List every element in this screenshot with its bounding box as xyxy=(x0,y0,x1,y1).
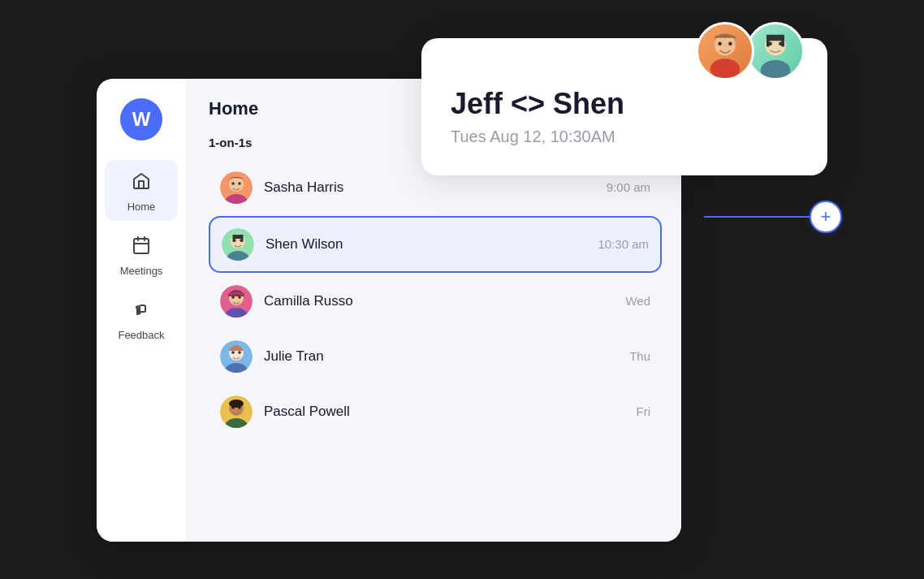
home-icon xyxy=(132,171,151,196)
meeting-detail-card: Jeff <> Shen Tues Aug 12, 10:30AM xyxy=(421,38,827,175)
time-camilla: Wed xyxy=(625,294,650,308)
svg-rect-11 xyxy=(134,239,149,253)
time-pascal: Fri xyxy=(637,404,651,418)
time-sasha: 9:00 am xyxy=(607,180,650,194)
svg-point-2 xyxy=(718,41,722,45)
meeting-row-pascal[interactable]: Pascal Powell Fri xyxy=(209,385,662,439)
meetings-label: Meetings xyxy=(120,265,163,277)
svg-point-3 xyxy=(728,41,732,45)
logo: W xyxy=(120,98,162,140)
avatar-sasha xyxy=(220,171,253,204)
avatar-julie xyxy=(220,340,253,373)
avatar-camilla xyxy=(220,285,253,318)
svg-point-5 xyxy=(761,60,791,78)
jeff-avatar xyxy=(696,22,754,80)
svg-rect-8 xyxy=(768,34,783,40)
svg-point-1 xyxy=(710,58,740,78)
feedback-label: Feedback xyxy=(118,329,164,341)
avatar-shen xyxy=(222,228,254,261)
time-julie: Thu xyxy=(629,349,650,363)
svg-rect-10 xyxy=(781,34,784,46)
meeting-title: Jeff <> Shen xyxy=(451,87,798,121)
sidebar-item-home[interactable]: Home xyxy=(105,160,178,221)
svg-point-37 xyxy=(238,351,241,354)
shen-avatar xyxy=(746,22,805,80)
meeting-row-julie[interactable]: Julie Tran Thu xyxy=(209,330,662,383)
avatar-pascal xyxy=(220,395,253,428)
meeting-row-camilla[interactable]: Camilla Russo Wed xyxy=(209,274,662,328)
sidebar-item-feedback[interactable]: Feedback xyxy=(105,288,178,349)
home-label: Home xyxy=(127,201,156,213)
svg-rect-27 xyxy=(241,235,244,242)
name-pascal: Pascal Powell xyxy=(264,404,637,420)
feedback-icon xyxy=(132,300,151,324)
svg-point-19 xyxy=(238,182,241,185)
meeting-subtitle: Tues Aug 12, 10:30AM xyxy=(451,127,798,146)
meeting-avatars xyxy=(696,22,805,80)
svg-rect-9 xyxy=(766,34,770,46)
name-julie: Julie Tran xyxy=(264,348,629,365)
svg-point-43 xyxy=(229,400,244,408)
svg-point-16 xyxy=(229,177,244,192)
scene: Jeff <> Shen Tues Aug 12, 10:30AM + W Ho… xyxy=(97,38,827,542)
meetings-list: Sasha Harris 9:00 am xyxy=(209,161,662,439)
svg-point-18 xyxy=(231,182,235,185)
name-shen: Shen Wilson xyxy=(266,236,598,253)
name-sasha: Sasha Harris xyxy=(264,179,607,196)
connector-line xyxy=(704,216,810,218)
meetings-icon xyxy=(132,235,151,260)
name-camilla: Camilla Russo xyxy=(264,293,625,309)
svg-rect-26 xyxy=(233,235,235,242)
sidebar-item-meetings[interactable]: Meetings xyxy=(105,224,178,285)
add-button[interactable]: + xyxy=(810,201,842,233)
svg-point-36 xyxy=(231,351,235,354)
meeting-row-shen[interactable]: Shen Wilson 10:30 am xyxy=(209,216,662,273)
time-shen: 10:30 am xyxy=(598,237,649,251)
sidebar: W Home xyxy=(97,79,186,542)
